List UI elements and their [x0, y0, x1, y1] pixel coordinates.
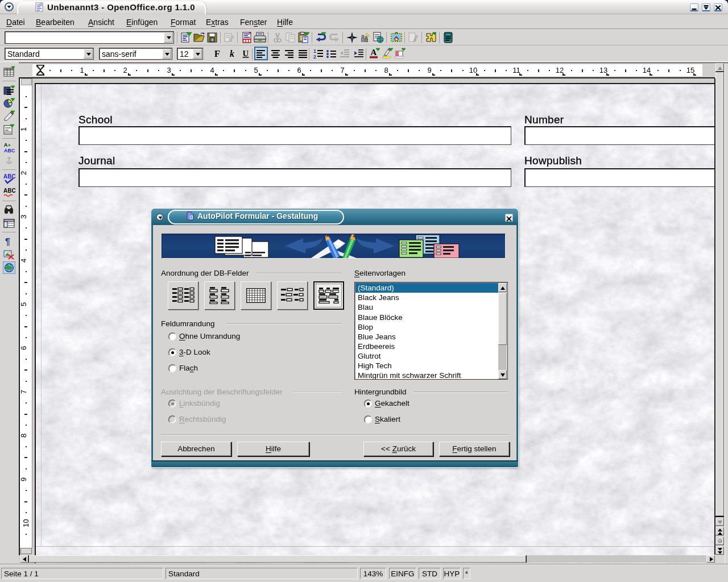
svg-text:k: k: [230, 49, 234, 59]
svg-text:ABC: ABC: [3, 173, 15, 180]
svg-text:1: 1: [313, 48, 316, 54]
svg-text:¶: ¶: [5, 237, 10, 247]
svg-text:A: A: [4, 142, 8, 148]
svg-text:A: A: [371, 48, 377, 57]
svg-text:2: 2: [313, 54, 316, 60]
svg-text:F: F: [214, 48, 220, 59]
svg-text:ABC: ABC: [3, 188, 15, 194]
svg-text:U: U: [243, 49, 249, 58]
svg-text:ABC: ABC: [4, 148, 15, 153]
